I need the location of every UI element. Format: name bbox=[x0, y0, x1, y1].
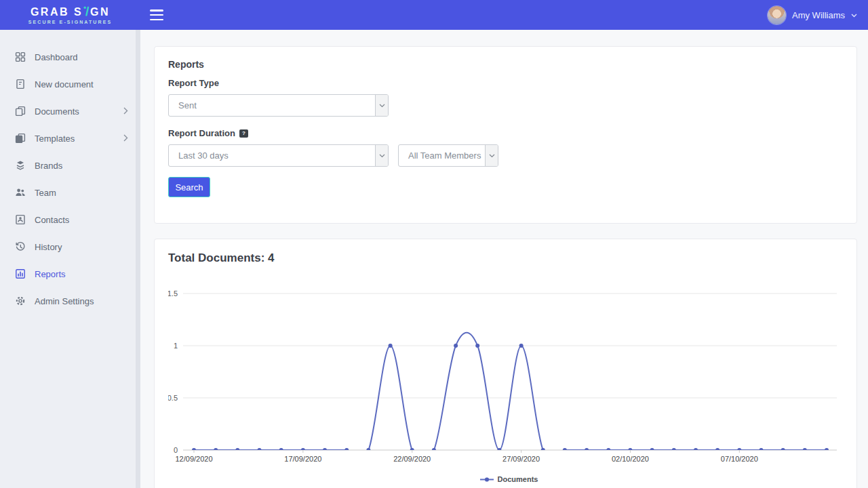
sidebar-item-label: Dashboard bbox=[35, 52, 78, 62]
sidebar-item-new-document[interactable]: New document bbox=[0, 70, 140, 98]
dropdown-arrow-icon bbox=[485, 145, 498, 166]
sidebar-item-label: Templates bbox=[35, 134, 75, 144]
report-duration-value: Last 30 days bbox=[169, 150, 229, 161]
svg-text:22/09/2020: 22/09/2020 bbox=[393, 455, 431, 463]
sidebar-item-templates[interactable]: Templates bbox=[0, 125, 140, 152]
history-icon bbox=[15, 241, 26, 252]
menu-bar bbox=[150, 19, 163, 21]
report-type-select[interactable]: Sent bbox=[168, 94, 389, 117]
sidebar-item-brands[interactable]: Brands bbox=[0, 152, 140, 179]
brand-tagline: SECURE E-SIGNATURES bbox=[28, 20, 112, 24]
avatar bbox=[768, 6, 786, 24]
chart-svg: 1.510.5012/09/202017/09/202022/09/202027… bbox=[168, 280, 850, 467]
team-members-value: All Team Members bbox=[399, 150, 481, 161]
page-title: Reports bbox=[168, 59, 843, 70]
chart-legend: Documents bbox=[168, 475, 850, 483]
documents-icon bbox=[15, 106, 26, 117]
sidebar-item-label: Brands bbox=[35, 161, 62, 171]
sidebar-item-label: Documents bbox=[35, 106, 79, 117]
sidebar-item-history[interactable]: History bbox=[0, 233, 140, 260]
team-icon bbox=[15, 187, 26, 198]
brand-name-prefix: GRAB S bbox=[31, 6, 83, 18]
chevron-right-icon bbox=[123, 132, 128, 144]
chart-title: Total Documents: 4 bbox=[168, 251, 843, 265]
brand-name-suffix: GN bbox=[90, 6, 110, 18]
new-document-icon bbox=[15, 79, 26, 89]
chevron-down-icon bbox=[851, 14, 857, 18]
svg-text:12/09/2020: 12/09/2020 bbox=[175, 455, 212, 463]
menu-icon[interactable] bbox=[150, 9, 165, 20]
user-menu[interactable]: Amy Williams bbox=[768, 6, 857, 24]
svg-text:1: 1 bbox=[174, 342, 178, 350]
report-type-value: Sent bbox=[169, 100, 197, 110]
admin-settings-icon bbox=[15, 296, 26, 306]
chart-card: Total Documents: 4 1.510.5012/09/202017/… bbox=[154, 239, 857, 488]
team-members-select[interactable]: All Team Members bbox=[398, 144, 498, 167]
sidebar-item-label: Admin Settings bbox=[35, 296, 94, 306]
sidebar-item-admin-settings[interactable]: Admin Settings bbox=[0, 287, 140, 314]
sidebar-item-team[interactable]: Team bbox=[0, 179, 140, 206]
documents-line-chart: 1.510.5012/09/202017/09/202022/09/202027… bbox=[168, 280, 843, 470]
svg-text:07/10/2020: 07/10/2020 bbox=[721, 455, 758, 463]
svg-text:02/10/2020: 02/10/2020 bbox=[612, 455, 649, 463]
sidebar-item-documents[interactable]: Documents bbox=[0, 98, 140, 125]
svg-text:27/09/2020: 27/09/2020 bbox=[502, 455, 540, 463]
menu-bar bbox=[150, 9, 163, 12]
sidebar: DashboardNew documentDocumentsTemplatesB… bbox=[0, 30, 140, 488]
report-type-label: Report Type bbox=[168, 78, 843, 88]
svg-text:0: 0 bbox=[174, 446, 178, 454]
contacts-icon bbox=[15, 214, 26, 225]
app-header: GRAB S GN SECURE E-SIGNATURES Amy Willia… bbox=[0, 0, 868, 30]
sidebar-item-contacts[interactable]: Contacts bbox=[0, 206, 140, 233]
brand-logo: GRAB S GN SECURE E-SIGNATURES bbox=[0, 5, 140, 24]
sidebar-item-label: Contacts bbox=[35, 215, 69, 225]
report-duration-label: Report Duration ? bbox=[168, 128, 843, 138]
sidebar-item-dashboard[interactable]: Dashboard bbox=[0, 43, 140, 70]
chevron-right-icon bbox=[123, 105, 128, 117]
reports-filter-card: Reports Report Type Sent Report Duration… bbox=[154, 46, 857, 224]
legend-line-marker-icon bbox=[480, 476, 494, 483]
search-button[interactable]: Search bbox=[168, 177, 210, 197]
sidebar-item-label: History bbox=[35, 242, 62, 252]
dropdown-arrow-icon bbox=[375, 145, 388, 166]
legend-series-label: Documents bbox=[498, 475, 538, 483]
menu-bar bbox=[150, 14, 163, 16]
svg-text:17/09/2020: 17/09/2020 bbox=[284, 455, 321, 463]
svg-text:1.5: 1.5 bbox=[168, 289, 178, 298]
svg-text:0.5: 0.5 bbox=[168, 394, 178, 402]
sidebar-scrollbar[interactable] bbox=[136, 30, 140, 488]
main-content: Reports Report Type Sent Report Duration… bbox=[140, 30, 868, 488]
user-name: Amy Williams bbox=[792, 10, 845, 20]
reports-icon bbox=[15, 268, 26, 279]
sidebar-nav: DashboardNew documentDocumentsTemplatesB… bbox=[0, 30, 140, 314]
sidebar-item-reports[interactable]: Reports bbox=[0, 260, 140, 287]
brand-name: GRAB S GN bbox=[31, 5, 110, 18]
sidebar-item-label: New document bbox=[35, 79, 94, 89]
tooltip-icon[interactable]: ? bbox=[239, 129, 248, 138]
brands-icon bbox=[15, 160, 26, 171]
sidebar-item-label: Team bbox=[35, 188, 56, 198]
dropdown-arrow-icon bbox=[375, 95, 388, 116]
dashboard-icon bbox=[15, 52, 26, 62]
report-duration-select[interactable]: Last 30 days bbox=[168, 144, 389, 167]
pen-nib-icon bbox=[83, 5, 90, 18]
sidebar-item-label: Reports bbox=[35, 269, 66, 279]
templates-icon bbox=[15, 133, 26, 144]
